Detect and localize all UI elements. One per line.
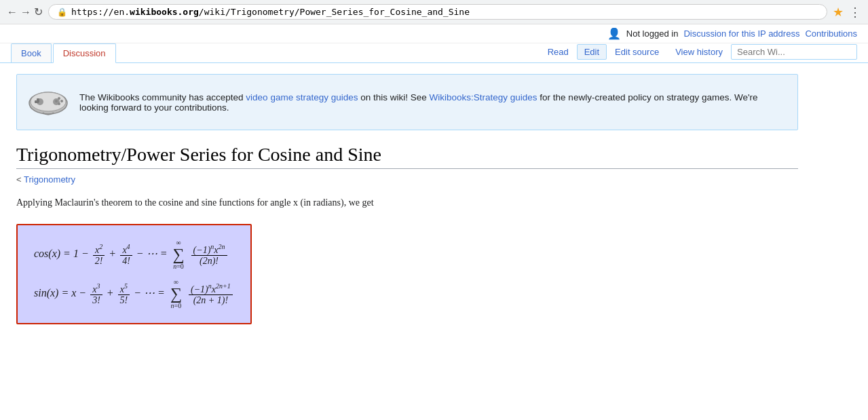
contribute-link[interactable]: Contributions [805,28,857,39]
left-tabs: Book Discussion [11,43,540,62]
bookmark-icon[interactable]: ★ [833,5,844,20]
notice-link-strategy-guides[interactable]: Wikibooks:Strategy guides [430,92,537,102]
notice-text: The Wikibooks community has accepted vid… [79,92,787,113]
action-edit[interactable]: Edit [577,44,607,60]
browser-chrome: ← → ↻ 🔒 https://en.wikibooks.org/wiki/Tr… [0,0,868,24]
tab-discussion[interactable]: Discussion [53,43,116,63]
discussion-ip-link[interactable]: Discussion for this IP address [683,28,799,39]
back-icon[interactable]: ← [7,6,18,18]
content-area: The Wikibooks community has accepted vid… [0,63,814,335]
search-input[interactable] [731,44,857,60]
cos-formula: cos(x) = 1 − x2 2! + x4 4! − ⋯ = ∞ ∑ n=0 [34,239,234,270]
notice-box: The Wikibooks community has accepted vid… [16,74,798,130]
action-read[interactable]: Read [540,44,577,60]
svg-point-7 [60,100,63,102]
tab-book[interactable]: Book [11,43,52,62]
user-icon: 👤 [607,27,621,40]
intro-text: Applying Maclaurin's theorem to the cosi… [16,195,798,210]
browser-nav-icons: ← → ↻ [7,5,43,18]
action-edit-source[interactable]: Edit source [607,44,667,60]
action-view-history[interactable]: View history [667,44,731,60]
forward-icon[interactable]: → [20,6,31,18]
formula-box: cos(x) = 1 − x2 2! + x4 4! − ⋯ = ∞ ∑ n=0 [16,224,252,324]
controller-icon [28,83,69,121]
top-bar: 👤 Not logged in Discussion for this IP a… [0,24,868,43]
right-tabs: Read Edit Edit source View history [540,44,857,62]
url-text: https://en.wikibooks.org/wiki/Trigonomet… [71,7,470,17]
svg-point-6 [58,97,60,100]
page-title: Trigonometry/Power Series for Cosine and… [16,144,798,169]
url-bar[interactable]: 🔒 https://en.wikibooks.org/wiki/Trigonom… [48,4,827,20]
breadcrumb-link[interactable]: Trigonometry [24,174,75,185]
lock-icon: 🔒 [57,7,67,17]
reload-icon[interactable]: ↻ [34,5,43,18]
svg-point-8 [58,102,60,105]
notice-link-video-games[interactable]: video game strategy guides [246,92,358,102]
menu-icon[interactable]: ⋮ [849,5,861,20]
breadcrumb: < Trigonometry [16,174,798,185]
svg-rect-5 [37,98,39,102]
tabs-bar: Book Discussion Read Edit Edit source Vi… [0,43,868,63]
not-logged-in-label: Not logged in [626,28,679,39]
sin-formula: sin(x) = x − x3 3! + x5 5! − ⋯ = ∞ ∑ n=0 [34,278,234,309]
wiki-page: 👤 Not logged in Discussion for this IP a… [0,24,868,335]
svg-point-9 [55,100,58,102]
